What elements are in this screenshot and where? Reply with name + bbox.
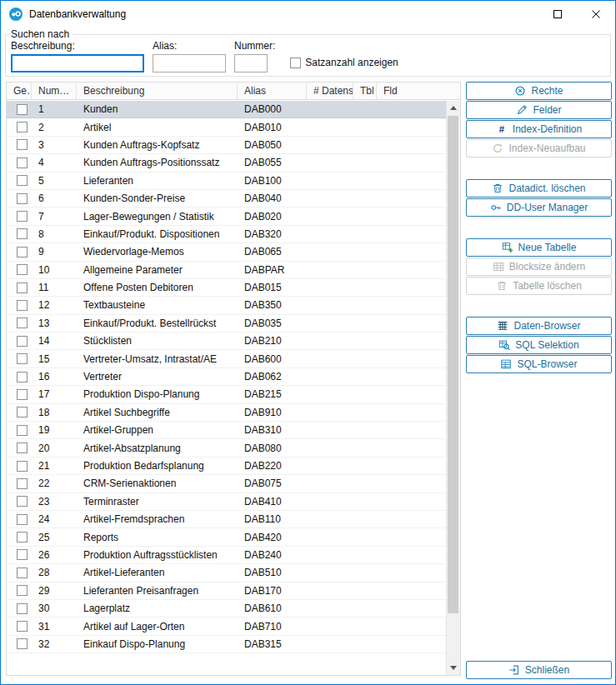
- close-window-button[interactable]: [577, 1, 615, 27]
- row-checkbox[interactable]: [17, 621, 28, 632]
- table-row[interactable]: 8Einkauf/Produkt. DispositionenDAB320: [7, 226, 446, 243]
- table-row[interactable]: 30LagerplatzDAB610: [7, 600, 446, 618]
- table-row[interactable]: 19Artikel-GruppenDAB310: [7, 422, 446, 439]
- search-group-label: Suchen nach: [11, 28, 73, 40]
- table-cell: [7, 118, 32, 135]
- row-checkbox[interactable]: [17, 139, 28, 150]
- scroll-up-button[interactable]: [447, 101, 460, 115]
- table-row[interactable]: 3Kunden Auftrags-KopfsatzDAB050: [7, 137, 446, 154]
- row-checkbox[interactable]: [17, 264, 28, 275]
- table-row[interactable]: 14StücklistenDAB210: [7, 332, 446, 350]
- column-header-gewaehlt[interactable]: Ge…: [7, 82, 32, 99]
- nummer-input[interactable]: [234, 54, 268, 72]
- column-header-tbl[interactable]: Tbl: [353, 82, 377, 99]
- row-checkbox[interactable]: [17, 549, 28, 560]
- table-row[interactable]: 1KundenDAB000: [7, 101, 446, 118]
- table-row[interactable]: 17Produktion Dispo-PlanungDAB215: [7, 386, 446, 403]
- table-cell: [307, 262, 353, 278]
- scroll-down-button[interactable]: [447, 661, 460, 675]
- vertical-scrollbar[interactable]: [446, 101, 460, 675]
- table-row[interactable]: 5LieferantenDAB100: [7, 172, 446, 190]
- table-row[interactable]: 28Artikel-LieferantenDAB510: [7, 564, 446, 582]
- beschreibung-input[interactable]: [11, 54, 144, 72]
- row-checkbox[interactable]: [17, 318, 28, 328]
- row-checkbox[interactable]: [17, 461, 28, 472]
- daten-browser-button[interactable]: Daten-Browser: [466, 317, 612, 335]
- table-cell: [7, 332, 32, 349]
- table-row[interactable]: 11Offene Posten DebitorenDAB015: [7, 279, 446, 297]
- row-checkbox[interactable]: [17, 638, 28, 649]
- neue-tabelle-button[interactable]: Neue Tabelle: [466, 238, 612, 257]
- row-checkbox[interactable]: [17, 193, 28, 204]
- sql-selektion-button[interactable]: SQL Selektion: [466, 336, 612, 354]
- table-row[interactable]: 7Lager-Bewegungen / StatistikDAB020: [7, 208, 446, 225]
- row-checkbox[interactable]: [17, 496, 28, 507]
- column-header-alias[interactable]: Alias: [238, 82, 307, 99]
- satzanzahl-checkbox-wrap[interactable]: Satzanzahl anzeigen: [290, 57, 398, 68]
- table-row[interactable]: 23TerminrasterDAB410: [7, 493, 446, 511]
- row-checkbox[interactable]: [17, 353, 28, 364]
- row-checkbox[interactable]: [17, 247, 28, 258]
- table-row[interactable]: 15Vertreter-Umsatz, Intrastat/AEDAB600: [7, 350, 446, 368]
- rechte-button[interactable]: Rechte: [466, 82, 612, 100]
- row-checkbox[interactable]: [17, 211, 28, 222]
- table-cell: [7, 564, 32, 581]
- table-row[interactable]: 25ReportsDAB420: [7, 528, 446, 546]
- row-checkbox[interactable]: [17, 585, 28, 596]
- alias-input[interactable]: [153, 54, 226, 72]
- row-checkbox[interactable]: [17, 372, 28, 382]
- datadict-loeschen-button[interactable]: Datadict. löschen: [466, 179, 612, 198]
- row-checkbox[interactable]: [17, 407, 28, 418]
- row-checkbox[interactable]: [17, 389, 28, 400]
- table-row[interactable]: 13Einkauf/Produkt. BestellrückstDAB035: [7, 315, 446, 332]
- table-row[interactable]: 10Allgemeine ParameterDABPAR: [7, 262, 446, 279]
- row-checkbox[interactable]: [17, 158, 28, 168]
- table-row[interactable]: 22CRM-SerienaktionenDAB075: [7, 475, 446, 492]
- table-cell: [307, 564, 353, 581]
- row-checkbox[interactable]: [17, 478, 28, 489]
- row-checkbox[interactable]: [17, 122, 28, 132]
- column-header-beschreibung[interactable]: Beschreibung: [77, 82, 238, 99]
- row-checkbox[interactable]: [17, 336, 28, 347]
- table-cell: [307, 582, 353, 599]
- row-checkbox[interactable]: [17, 300, 28, 311]
- table-row[interactable]: 4Kunden Auftrags-PositionssatzDAB055: [7, 154, 446, 172]
- sql-browser-button[interactable]: SQL-Browser: [466, 355, 612, 373]
- table-row[interactable]: 2ArtikelDAB010: [7, 118, 446, 136]
- row-checkbox[interactable]: [17, 532, 28, 542]
- table-row[interactable]: 6Kunden-Sonder-PreiseDAB040: [7, 190, 446, 208]
- maximize-button[interactable]: [538, 1, 577, 27]
- row-checkbox[interactable]: [17, 282, 28, 293]
- table-row[interactable]: 16VertreterDAB062: [7, 368, 446, 386]
- satzanzahl-checkbox[interactable]: [290, 58, 301, 68]
- table-cell: [353, 137, 377, 153]
- column-header-fld[interactable]: Fld: [377, 82, 460, 99]
- schliessen-button[interactable]: Schließen: [466, 661, 612, 679]
- table-row[interactable]: 12TextbausteineDAB350: [7, 297, 446, 314]
- row-checkbox[interactable]: [17, 514, 28, 525]
- row-checkbox[interactable]: [17, 104, 28, 115]
- table-row[interactable]: 26Produktion AuftragsstücklistenDAB240: [7, 547, 446, 564]
- table-row[interactable]: 20Artikel-AbsatzplanungDAB080: [7, 439, 446, 457]
- table-row[interactable]: 9Wiedervorlage-MemosDAB065: [7, 243, 446, 261]
- row-checkbox[interactable]: [17, 228, 28, 239]
- table-row[interactable]: 32Einkauf Dispo-PlanungDAB315: [7, 636, 446, 653]
- row-checkbox[interactable]: [17, 442, 28, 453]
- table-row[interactable]: 21Produktion BedarfsplanungDAB220: [7, 458, 446, 475]
- table-row[interactable]: 31Artikel auf Lager-OrtenDAB710: [7, 618, 446, 635]
- table-cell: [377, 528, 446, 545]
- felder-button[interactable]: Felder: [466, 101, 612, 119]
- row-checkbox[interactable]: [17, 175, 28, 186]
- column-header-datensaetze[interactable]: # Datensä…: [307, 82, 353, 99]
- scrollbar-thumb[interactable]: [448, 116, 458, 613]
- table-row[interactable]: 24Artikel-FremdsprachenDAB110: [7, 511, 446, 528]
- column-header-nummer[interactable]: Num…: [32, 82, 77, 99]
- index-rebuild-icon: [492, 142, 503, 154]
- dd-user-manager-button[interactable]: DD-User Manager: [466, 198, 612, 217]
- table-row[interactable]: 29Lieferanten PreisanfragenDAB170: [7, 582, 446, 600]
- row-checkbox[interactable]: [17, 425, 28, 436]
- row-checkbox[interactable]: [17, 603, 28, 614]
- row-checkbox[interactable]: [17, 568, 28, 578]
- table-row[interactable]: 18Artikel SuchbegriffeDAB910: [7, 404, 446, 422]
- index-definition-button[interactable]: #Index-Definition: [466, 120, 612, 138]
